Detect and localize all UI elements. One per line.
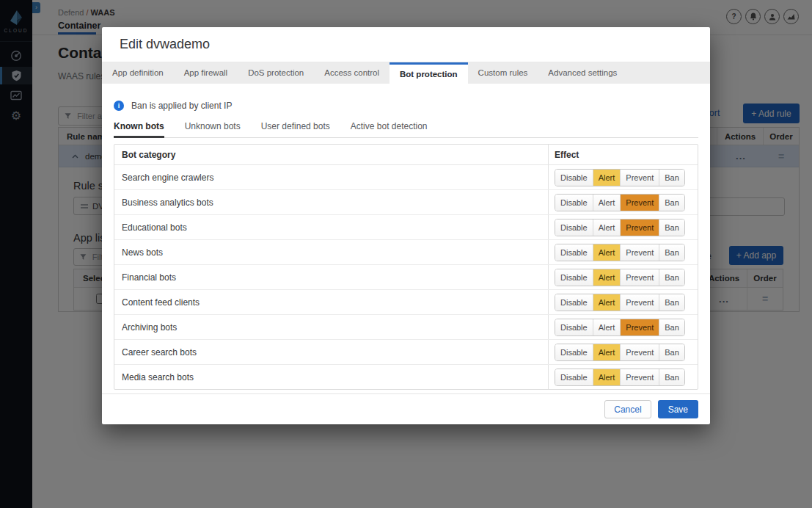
bot-category-label: Business analytics bots	[114, 197, 548, 208]
effect-cell: DisableAlertPreventBan	[548, 240, 698, 264]
effect-toggle-group: DisableAlertPreventBan	[555, 244, 685, 261]
subtab-known-bots[interactable]: Known bots	[114, 121, 164, 138]
bot-category-label: Financial bots	[114, 272, 548, 283]
effect-option-ban[interactable]: Ban	[659, 344, 684, 360]
effect-option-disable[interactable]: Disable	[555, 369, 593, 385]
bot-category-label: Content feed clients	[114, 297, 548, 308]
modal-title: Edit dvwademo	[102, 27, 710, 62]
bot-row: Media search botsDisableAlertPreventBan	[114, 365, 698, 389]
bot-row: Financial botsDisableAlertPreventBan	[114, 265, 698, 290]
subtab-active-bot-detection[interactable]: Active bot detection	[351, 121, 428, 138]
effect-option-disable[interactable]: Disable	[555, 170, 593, 186]
bot-row: Business analytics botsDisableAlertPreve…	[114, 190, 698, 215]
effect-cell: DisableAlertPreventBan	[548, 315, 698, 339]
bot-row: Career search botsDisableAlertPreventBan	[114, 340, 698, 365]
column-effect: Effect	[548, 145, 698, 164]
effect-toggle-group: DisableAlertPreventBan	[555, 319, 685, 336]
modal-tab-dos-protection[interactable]: DoS protection	[238, 62, 314, 84]
effect-option-alert[interactable]: Alert	[593, 219, 621, 236]
effect-option-prevent[interactable]: Prevent	[620, 269, 659, 286]
modal-tab-bot-protection[interactable]: Bot protection	[389, 62, 468, 84]
app-root: CLOUD	[0, 0, 812, 508]
effect-option-disable[interactable]: Disable	[555, 344, 593, 360]
bot-row: Content feed clientsDisableAlertPreventB…	[114, 290, 698, 315]
bot-category-label: Educational bots	[114, 222, 548, 233]
effect-option-disable[interactable]: Disable	[555, 195, 593, 211]
effect-option-disable[interactable]: Disable	[555, 269, 593, 286]
effect-option-alert[interactable]: Alert	[593, 244, 621, 261]
effect-option-alert[interactable]: Alert	[593, 170, 621, 186]
effect-option-disable[interactable]: Disable	[555, 294, 593, 311]
effect-option-prevent[interactable]: Prevent	[620, 219, 659, 236]
bot-row: Archiving botsDisableAlertPreventBan	[114, 315, 698, 340]
effect-cell: DisableAlertPreventBan	[548, 215, 698, 239]
effect-cell: DisableAlertPreventBan	[548, 190, 698, 214]
bot-table-rows: Search engine crawlersDisableAlertPreven…	[114, 165, 698, 389]
effect-toggle-group: DisableAlertPreventBan	[555, 219, 685, 236]
effect-option-prevent[interactable]: Prevent	[620, 244, 659, 261]
bot-row: Educational botsDisableAlertPreventBan	[114, 215, 698, 240]
effect-option-ban[interactable]: Ban	[659, 244, 684, 261]
bot-row: News botsDisableAlertPreventBan	[114, 240, 698, 265]
effect-toggle-group: DisableAlertPreventBan	[555, 369, 685, 386]
effect-option-disable[interactable]: Disable	[555, 319, 593, 335]
bot-subtab-bar: Known botsUnknown botsUser defined botsA…	[114, 121, 698, 138]
modal-tab-app-firewall[interactable]: App firewall	[174, 62, 238, 84]
effect-option-disable[interactable]: Disable	[555, 244, 593, 261]
effect-option-prevent[interactable]: Prevent	[620, 195, 659, 211]
effect-toggle-group: DisableAlertPreventBan	[555, 269, 685, 286]
modal-body: i Ban is applied by client IP Known bots…	[102, 101, 710, 390]
bot-category-label: Archiving bots	[114, 322, 548, 333]
effect-option-prevent[interactable]: Prevent	[620, 319, 659, 335]
effect-option-prevent[interactable]: Prevent	[620, 369, 659, 385]
effect-option-ban[interactable]: Ban	[659, 319, 684, 335]
bot-row: Search engine crawlersDisableAlertPreven…	[114, 165, 698, 190]
effect-option-ban[interactable]: Ban	[659, 195, 684, 211]
bot-table: Bot category Effect Search engine crawle…	[114, 144, 698, 390]
save-button[interactable]: Save	[658, 400, 698, 418]
effect-option-alert[interactable]: Alert	[593, 269, 621, 286]
effect-option-alert[interactable]: Alert	[593, 369, 621, 385]
modal-tab-bar: App definitionApp firewallDoS protection…	[102, 62, 710, 84]
effect-cell: DisableAlertPreventBan	[548, 340, 698, 364]
modal-tab-app-definition[interactable]: App definition	[102, 62, 174, 84]
bot-category-label: News bots	[114, 247, 548, 258]
effect-toggle-group: DisableAlertPreventBan	[555, 194, 685, 211]
bot-category-label: Search engine crawlers	[114, 173, 548, 183]
effect-cell: DisableAlertPreventBan	[548, 365, 698, 389]
effect-option-ban[interactable]: Ban	[659, 294, 684, 311]
column-bot-category: Bot category	[114, 150, 548, 160]
edit-rule-modal: Edit dvwademo App definitionApp firewall…	[102, 27, 710, 424]
effect-option-ban[interactable]: Ban	[659, 219, 684, 236]
effect-option-alert[interactable]: Alert	[593, 195, 621, 211]
effect-toggle-group: DisableAlertPreventBan	[555, 344, 685, 361]
modal-footer: Cancel Save	[102, 393, 710, 424]
effect-toggle-group: DisableAlertPreventBan	[555, 294, 685, 311]
modal-tab-custom-rules[interactable]: Custom rules	[468, 62, 538, 84]
effect-cell: DisableAlertPreventBan	[548, 165, 698, 189]
subtab-user-defined-bots[interactable]: User defined bots	[261, 121, 330, 138]
effect-option-ban[interactable]: Ban	[659, 269, 684, 286]
info-banner-text: Ban is applied by client IP	[131, 101, 232, 111]
effect-option-prevent[interactable]: Prevent	[620, 294, 659, 311]
effect-option-ban[interactable]: Ban	[659, 369, 684, 385]
effect-option-alert[interactable]: Alert	[593, 319, 621, 335]
effect-option-prevent[interactable]: Prevent	[620, 344, 659, 360]
effect-option-disable[interactable]: Disable	[555, 219, 593, 236]
effect-cell: DisableAlertPreventBan	[548, 265, 698, 289]
bot-table-header: Bot category Effect	[114, 145, 698, 165]
bot-category-label: Career search bots	[114, 347, 548, 358]
effect-option-alert[interactable]: Alert	[593, 344, 621, 360]
effect-cell: DisableAlertPreventBan	[548, 290, 698, 314]
effect-option-alert[interactable]: Alert	[593, 294, 621, 311]
modal-tab-access-control[interactable]: Access control	[314, 62, 389, 84]
effect-toggle-group: DisableAlertPreventBan	[555, 169, 685, 186]
info-icon: i	[114, 101, 124, 111]
cancel-button[interactable]: Cancel	[604, 400, 651, 418]
modal-tab-advanced-settings[interactable]: Advanced settings	[538, 62, 627, 84]
bot-category-label: Media search bots	[114, 372, 548, 382]
effect-option-prevent[interactable]: Prevent	[620, 170, 659, 186]
subtab-unknown-bots[interactable]: Unknown bots	[185, 121, 241, 138]
effect-option-ban[interactable]: Ban	[659, 170, 684, 186]
info-banner: i Ban is applied by client IP	[114, 101, 698, 111]
